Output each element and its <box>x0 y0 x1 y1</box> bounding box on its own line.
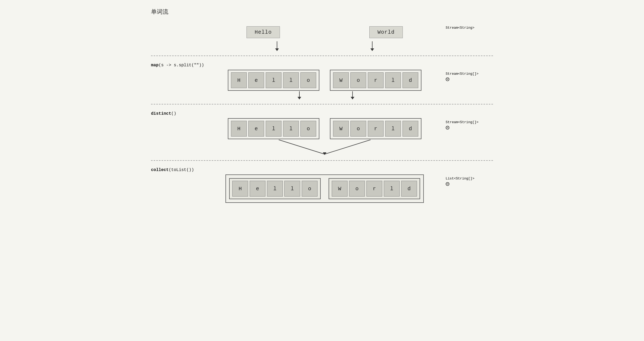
collect-outer-box: H e l l o W o r l d <box>225 174 424 203</box>
map-world-o: o <box>350 72 366 88</box>
top-left-spacer <box>151 24 209 26</box>
collect-world-l: l <box>384 181 400 197</box>
distinct-hello-h: H <box>231 121 247 137</box>
distinct-args: () <box>171 111 176 116</box>
hello-box: Hello <box>246 26 280 38</box>
top-type-label: Stream<String> <box>440 24 493 30</box>
map-hello-h: H <box>231 72 247 88</box>
distinct-world-d: d <box>402 121 418 137</box>
arrow-map-world-down <box>352 91 353 99</box>
map-hello-e: e <box>248 72 264 88</box>
collect-world-array: W o r l d <box>329 178 420 199</box>
map-label-row: map(s -> s.split("")) <box>151 61 493 68</box>
world-box: World <box>369 26 403 38</box>
crossed-arrows-row <box>151 140 493 156</box>
collect-sad: ☹ <box>446 181 449 188</box>
arrows-from-top <box>151 41 493 51</box>
collect-hello-l2: l <box>284 181 300 197</box>
collect-hello-h: H <box>232 181 248 197</box>
collect-label-row: collect(toList()) <box>151 166 493 172</box>
distinct-hello-l2: l <box>283 121 299 137</box>
distinct-arrays: H e l l o W o r l d <box>228 118 421 139</box>
collect-hello-o: o <box>302 181 318 197</box>
collect-args: (toList()) <box>169 168 194 172</box>
arrows-from-map <box>151 91 493 99</box>
map-args: (s -> s.split("")) <box>159 63 204 68</box>
distinct-arrays-row: H e l l o W o r l d Stream<String[]> ☹ <box>151 118 493 139</box>
dashed-line-2 <box>151 104 493 104</box>
map-keyword: map <box>151 63 159 68</box>
map-arrays-row: H e l l o W o r l d Stream<String[]> ☹ <box>151 70 493 91</box>
collect-result-row: H e l l o W o r l d List<String[]> ☹ <box>151 174 493 203</box>
top-boxes: Hello World <box>246 24 403 41</box>
distinct-sad: ☹ <box>446 125 449 132</box>
page-title: 单词流 <box>151 8 493 16</box>
top-center: Hello World <box>209 24 440 41</box>
map-hello-o: o <box>300 72 316 88</box>
collect-hello-e: e <box>250 181 265 197</box>
collect-keyword: collect <box>151 168 169 172</box>
distinct-world-array: W o r l d <box>330 118 421 139</box>
map-arrays: H e l l o W o r l d <box>228 70 421 91</box>
distinct-world-o: o <box>350 121 366 137</box>
distinct-label-row: distinct() <box>151 109 493 116</box>
map-sad: ☹ <box>446 76 449 83</box>
distinct-hello-e: e <box>248 121 264 137</box>
collect-hello-array: H e l l o <box>229 178 321 199</box>
distinct-hello-l1: l <box>266 121 281 137</box>
collect-world-o: o <box>349 181 365 197</box>
distinct-hello-o: o <box>300 121 316 137</box>
map-label: map(s -> s.split("")) <box>151 63 204 68</box>
arrow-hello-down <box>277 41 277 51</box>
arrow-map-hello-down <box>299 91 300 99</box>
dashed-line-1 <box>151 56 493 56</box>
distinct-hello-array: H e l l o <box>228 118 319 139</box>
map-world-array: W o r l d <box>330 70 421 91</box>
distinct-world-l: l <box>385 121 401 137</box>
distinct-world-r: r <box>368 121 384 137</box>
svg-line-0 <box>279 140 325 154</box>
collect-world-w: W <box>332 181 348 197</box>
map-world-w: W <box>333 72 349 88</box>
collect-world-r: r <box>366 181 382 197</box>
top-row: Hello World Stream<String> <box>151 24 493 41</box>
distinct-keyword: distinct <box>151 111 171 116</box>
map-hello-l2: l <box>283 72 299 88</box>
dashed-line-3 <box>151 160 493 161</box>
distinct-label: distinct() <box>151 111 176 116</box>
distinct-type-label: Stream<String[]> ☹ <box>440 118 493 132</box>
collect-type-label: List<String[]> ☹ <box>440 174 493 188</box>
map-world-r: r <box>368 72 384 88</box>
crossed-arrows-svg <box>233 140 417 156</box>
map-hello-array: H e l l o <box>228 70 319 91</box>
collect-hello-l1: l <box>267 181 283 197</box>
svg-line-2 <box>325 140 371 154</box>
map-type-label: Stream<String[]> ☹ <box>440 70 493 83</box>
arrow-world-down <box>372 41 373 51</box>
collect-label: collect(toList()) <box>151 168 194 172</box>
distinct-world-w: W <box>333 121 349 137</box>
collect-world-d: d <box>401 181 417 197</box>
map-world-d: d <box>402 72 418 88</box>
map-hello-l1: l <box>266 72 281 88</box>
map-world-l: l <box>385 72 401 88</box>
